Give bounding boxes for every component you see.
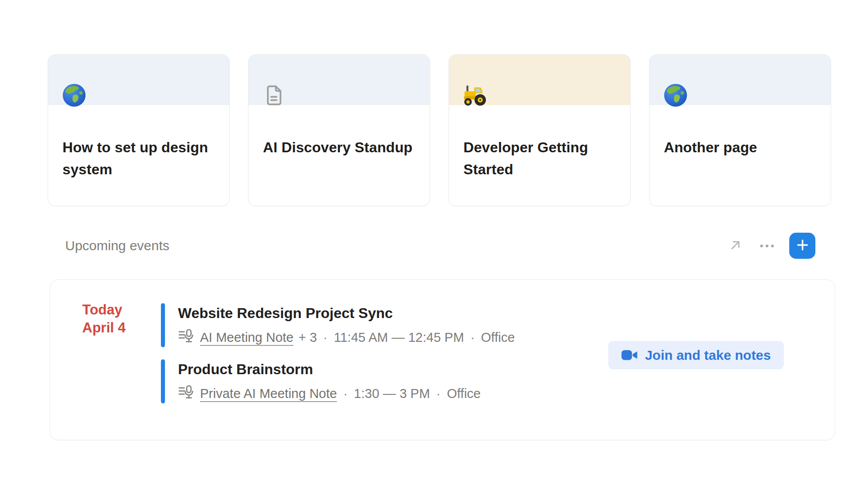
globe-icon (663, 83, 688, 108)
more-options-button[interactable] (758, 237, 776, 255)
upcoming-events-heading: Upcoming events (65, 238, 169, 253)
card-title: Developer Getting Started (463, 137, 615, 181)
meeting-note-extra-count: + 3 (298, 330, 317, 345)
upcoming-events-card: Today April 4 Website Redesign Project S… (49, 279, 835, 440)
meeting-note-icon (178, 328, 194, 346)
event-date-today-label: Today (82, 301, 125, 319)
event-title: Product Brainstorm (178, 359, 808, 378)
meeting-note-link[interactable]: Private AI Meeting Note (200, 386, 337, 401)
card-title: Another page (664, 137, 815, 159)
expand-button[interactable] (726, 237, 744, 255)
meeting-note-link[interactable]: AI Meeting Note (200, 330, 294, 345)
meeting-note-icon (178, 385, 194, 402)
event-meta: Private AI Meeting Note · 1:30 — 3 PM · … (178, 385, 808, 402)
ellipsis-icon (760, 243, 774, 249)
event-location: Office (447, 386, 480, 401)
event-color-bar (161, 303, 165, 347)
card-title: How to set up design system (62, 137, 214, 181)
page-cards-row: How to set up design system AI Discovery… (48, 54, 831, 206)
event-row[interactable]: Product Brainstorm Private AI Meeting No… (161, 359, 808, 404)
document-icon (262, 83, 287, 108)
page-card-developer-getting-started[interactable]: Developer Getting Started (449, 54, 631, 206)
events-header-actions (726, 233, 815, 259)
event-title: Website Redesign Project Sync (178, 303, 808, 322)
arrow-up-right-icon (727, 237, 743, 255)
tractor-icon (463, 83, 488, 108)
page-card-ai-discovery-standup[interactable]: AI Discovery Standup (248, 54, 430, 206)
event-location: Office (481, 330, 515, 345)
globe-icon (62, 83, 87, 108)
meta-separator: · (469, 330, 476, 345)
plus-icon (795, 238, 810, 254)
event-color-bar (161, 359, 165, 403)
event-row[interactable]: Website Redesign Project Sync AI Meeting… (161, 303, 808, 348)
meta-separator: · (322, 330, 329, 345)
page-card-design-system[interactable]: How to set up design system (48, 54, 230, 206)
event-date-value: April 4 (82, 319, 125, 337)
event-time: 11:45 AM — 12:45 PM (334, 330, 464, 345)
event-time: 1:30 — 3 PM (354, 386, 430, 401)
upcoming-events-header: Upcoming events (65, 232, 815, 259)
event-date: Today April 4 (82, 301, 125, 337)
event-content: Website Redesign Project Sync AI Meeting… (178, 303, 808, 346)
meta-separator: · (435, 386, 442, 401)
add-event-button[interactable] (789, 233, 815, 259)
page-card-another-page[interactable]: Another page (649, 54, 831, 206)
card-title: AI Discovery Standup (263, 137, 414, 159)
event-content: Product Brainstorm Private AI Meeting No… (178, 359, 808, 402)
meta-separator: · (342, 386, 349, 401)
